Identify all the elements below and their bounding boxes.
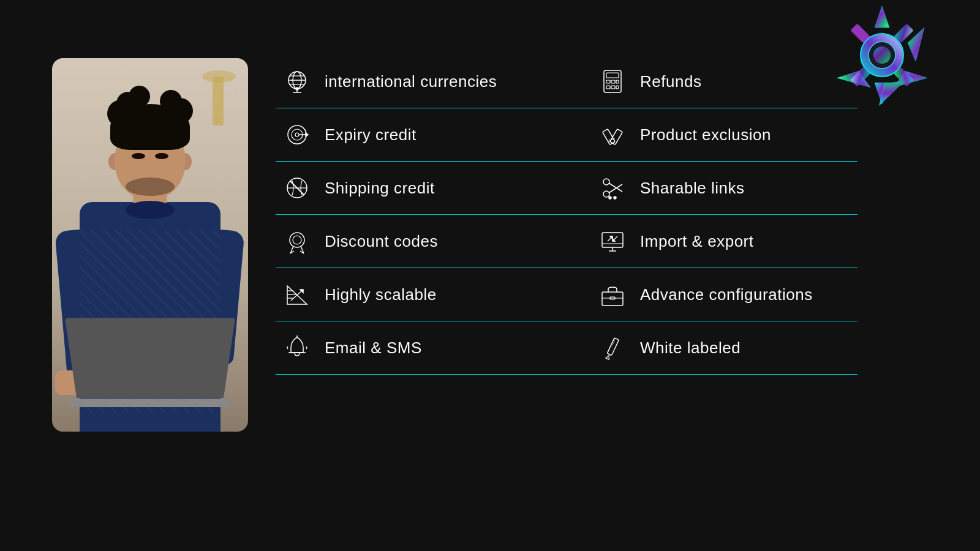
svg-marker-73: [606, 354, 611, 359]
globe-icon: [282, 66, 312, 97]
scissors-icon: [597, 173, 628, 203]
import-export-icon: [597, 226, 628, 257]
feature-email-sms: Email & SMS: [276, 321, 567, 375]
notification-icon: [282, 332, 312, 363]
person-photo: [52, 58, 248, 432]
svg-point-48: [293, 236, 301, 244]
svg-point-8: [873, 47, 891, 64]
email-sms-label: Email & SMS: [325, 339, 422, 358]
international-currencies-label: international currencies: [325, 72, 497, 91]
calculator-icon: [597, 66, 628, 97]
svg-point-20: [296, 88, 298, 90]
svg-rect-36: [610, 129, 623, 145]
feature-international-currencies: international currencies: [276, 55, 567, 108]
feature-shipping-credit: Shipping credit: [276, 162, 567, 215]
svg-line-43: [609, 183, 622, 192]
discount-codes-label: Discount codes: [325, 232, 438, 251]
advance-configurations-label: Advance configurations: [640, 285, 813, 304]
svg-marker-33: [306, 133, 308, 137]
shipping-credit-label: Shipping credit: [325, 179, 435, 198]
svg-rect-28: [616, 86, 619, 89]
features-section: international currencies Refunds: [276, 55, 858, 375]
feature-highly-scalable: Highly scalable: [276, 268, 567, 321]
import-export-label: Import & export: [640, 232, 754, 251]
scalable-icon: [282, 279, 312, 310]
svg-rect-67: [602, 292, 623, 305]
svg-rect-26: [606, 86, 610, 89]
product-exclusion-label: Product exclusion: [640, 126, 771, 144]
svg-rect-22: [606, 73, 619, 78]
feature-discount-codes: Discount codes: [276, 215, 567, 268]
feature-import-export: Import & export: [567, 215, 858, 268]
exclusion-icon: [597, 119, 628, 150]
sharable-links-label: Sharable links: [640, 179, 745, 198]
white-labeled-label: White labeled: [640, 339, 741, 358]
svg-rect-27: [611, 86, 615, 89]
expiry-credit-label: Expiry credit: [325, 126, 417, 144]
svg-rect-25: [616, 80, 619, 83]
svg-point-45: [609, 197, 611, 199]
svg-rect-23: [606, 80, 610, 83]
svg-rect-72: [607, 338, 619, 356]
shipping-icon: [282, 173, 312, 203]
refunds-label: Refunds: [640, 72, 701, 91]
svg-line-44: [609, 184, 622, 193]
discount-icon: [282, 226, 312, 257]
expiry-icon: [282, 119, 312, 150]
svg-point-41: [603, 179, 609, 185]
highly-scalable-label: Highly scalable: [325, 285, 437, 304]
edit-icon: [597, 332, 628, 363]
feature-white-labeled: White labeled: [567, 321, 858, 375]
feature-advance-configurations: Advance configurations: [567, 268, 858, 321]
svg-point-47: [290, 233, 304, 247]
gear-decoration: [772, 6, 931, 178]
svg-point-46: [614, 197, 616, 199]
svg-rect-24: [611, 80, 615, 83]
svg-point-31: [295, 133, 299, 137]
features-grid: international currencies Refunds: [276, 55, 858, 375]
feature-expiry-credit: Expiry credit: [276, 108, 567, 162]
config-icon: [597, 279, 628, 310]
svg-marker-0: [875, 6, 889, 28]
svg-point-42: [603, 191, 609, 197]
